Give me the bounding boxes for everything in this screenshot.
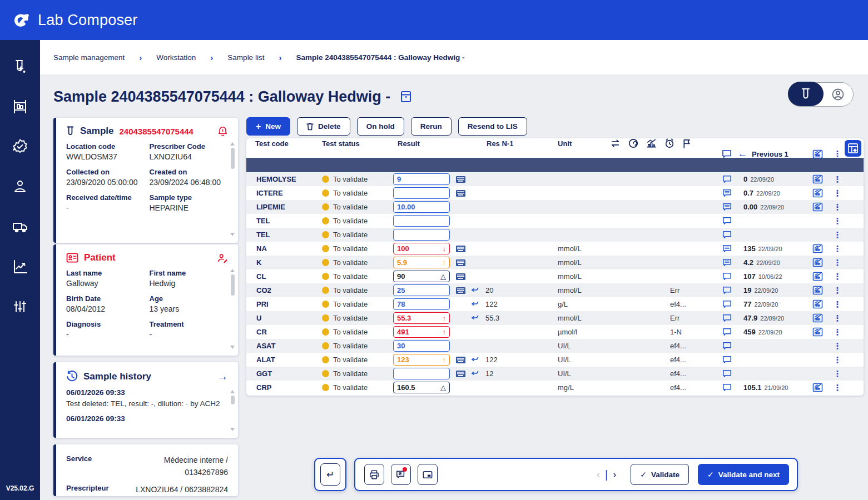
- patient-edit-icon[interactable]: [217, 253, 228, 263]
- row-chart-button[interactable]: [806, 272, 829, 281]
- alarm-column-icon[interactable]: [664, 138, 674, 148]
- card-reader-button[interactable]: [418, 464, 438, 485]
- row-comment-button[interactable]: [716, 286, 738, 294]
- print-button[interactable]: [364, 464, 384, 485]
- result-input[interactable]: 160.5△: [393, 382, 450, 393]
- table-row[interactable]: HEMOLYSE To validate 9 022/09/20 ⋮: [246, 172, 864, 186]
- row-chart-button[interactable]: [806, 188, 829, 198]
- table-row[interactable]: CRP To validate 160.5△ mg/L ef4... 105.1…: [246, 381, 864, 394]
- validate-button[interactable]: ✓ Validate: [631, 464, 689, 485]
- archive-icon[interactable]: [399, 90, 413, 103]
- chart-column-icon[interactable]: [646, 139, 657, 148]
- row-chart-button[interactable]: [806, 383, 829, 392]
- row-comment-button[interactable]: [716, 189, 738, 197]
- on-hold-button[interactable]: On hold: [357, 117, 404, 136]
- history-open-icon[interactable]: →: [217, 370, 228, 383]
- keyboard-entry-button[interactable]: [453, 259, 468, 266]
- row-chart-button[interactable]: [806, 313, 829, 323]
- row-comment-button[interactable]: [716, 203, 738, 211]
- row-chart-button[interactable]: [806, 327, 829, 337]
- table-row[interactable]: NA To validate 100↓ mmol/L 13522/09/20 ⋮: [246, 242, 864, 256]
- row-chart-button[interactable]: [806, 202, 829, 212]
- sidebar-item-rack[interactable]: [0, 87, 40, 127]
- comment-column-icon[interactable]: [716, 149, 738, 158]
- breadcrumb-item[interactable]: Sample management: [53, 53, 125, 62]
- row-kebab-icon[interactable]: ⋮: [829, 202, 846, 212]
- header-kebab-icon[interactable]: ⋮: [829, 149, 846, 159]
- keyboard-entry-button[interactable]: [453, 371, 468, 377]
- row-chart-button[interactable]: [806, 258, 829, 267]
- table-settings-button[interactable]: [845, 140, 861, 157]
- comment-flag-button[interactable]: [391, 464, 411, 485]
- result-input[interactable]: 55.3↑: [393, 312, 450, 324]
- table-row[interactable]: GGT To validate 12 UI/L ef4... ⋮: [246, 367, 864, 381]
- keyboard-entry-button[interactable]: [453, 176, 468, 183]
- sidebar-item-quality-control[interactable]: [0, 127, 40, 167]
- result-input[interactable]: 5.9↑: [393, 257, 450, 268]
- table-row[interactable]: CL To validate 90△ mmol/L 10710/06/22 ⋮: [246, 269, 864, 283]
- previous-sample-chevron[interactable]: ‹: [597, 469, 600, 481]
- table-row[interactable]: ICTERE To validate 0.722/09/20 ⋮: [246, 186, 864, 200]
- alarm-bell-icon[interactable]: [217, 126, 228, 137]
- patient-card-scrollbar[interactable]: [230, 269, 235, 349]
- rerun-column-icon[interactable]: [610, 139, 621, 148]
- table-row[interactable]: ALAT To validate 123↑ 122 UI/L ef4... ⋮: [246, 353, 864, 367]
- return-button[interactable]: ↵: [320, 463, 340, 486]
- result-input[interactable]: 491↑: [393, 326, 450, 338]
- sidebar-item-settings[interactable]: [0, 287, 40, 327]
- result-input[interactable]: 100↓: [393, 243, 450, 254]
- result-input[interactable]: [393, 215, 450, 227]
- tube-view-toggle[interactable]: [788, 82, 824, 106]
- row-comment-button[interactable]: [716, 369, 738, 378]
- row-kebab-icon[interactable]: ⋮: [829, 327, 846, 337]
- table-row[interactable]: TEL To validate ⋮: [246, 228, 864, 242]
- row-comment-button[interactable]: [716, 272, 738, 281]
- table-row[interactable]: TEL To validate ⋮: [246, 214, 864, 228]
- sidebar-item-statistics[interactable]: [0, 247, 40, 287]
- row-chart-button[interactable]: [806, 286, 829, 295]
- keyboard-entry-button[interactable]: [453, 273, 468, 280]
- row-kebab-icon[interactable]: ⋮: [829, 188, 846, 198]
- sidebar-item-transport[interactable]: [0, 207, 40, 247]
- row-kebab-icon[interactable]: ⋮: [829, 299, 846, 309]
- result-input[interactable]: [393, 187, 450, 199]
- row-comment-button[interactable]: [716, 300, 738, 308]
- row-kebab-icon[interactable]: ⋮: [829, 174, 846, 184]
- table-row[interactable]: CR To validate 491↑ µmol/l 1-N 45922/09/…: [246, 325, 864, 339]
- table-row[interactable]: CO2 To validate 25 20 mmol/L Err 1922/09…: [246, 283, 864, 297]
- row-kebab-icon[interactable]: ⋮: [829, 230, 846, 240]
- keyboard-entry-button[interactable]: [453, 246, 468, 252]
- row-kebab-icon[interactable]: ⋮: [829, 313, 846, 323]
- rerun-button[interactable]: Rerun: [411, 117, 452, 136]
- result-input[interactable]: 9: [393, 173, 450, 185]
- row-comment-button[interactable]: [716, 175, 738, 183]
- result-input[interactable]: [393, 368, 450, 379]
- row-chart-button[interactable]: [806, 174, 829, 184]
- keyboard-entry-button[interactable]: [453, 357, 468, 363]
- row-kebab-icon[interactable]: ⋮: [829, 369, 846, 379]
- keyboard-entry-button[interactable]: [453, 287, 468, 294]
- row-kebab-icon[interactable]: ⋮: [829, 258, 846, 268]
- table-row[interactable]: U To validate 55.3↑ 55.3 mmol/L Err 47.9…: [246, 311, 864, 325]
- history-chart-column-icon[interactable]: [806, 149, 829, 159]
- row-comment-button[interactable]: [716, 328, 738, 336]
- selected-row-bar[interactable]: [246, 158, 864, 172]
- row-comment-button[interactable]: [716, 244, 738, 253]
- flag-column-icon[interactable]: [682, 139, 691, 148]
- row-kebab-icon[interactable]: ⋮: [829, 272, 846, 282]
- dilution-column-icon[interactable]: [628, 138, 638, 148]
- breadcrumb-item[interactable]: Sample list: [227, 53, 264, 62]
- row-kebab-icon[interactable]: ⋮: [829, 341, 846, 351]
- person-view-toggle[interactable]: [824, 88, 854, 101]
- delete-button[interactable]: Delete: [297, 117, 350, 136]
- row-kebab-icon[interactable]: ⋮: [829, 244, 846, 254]
- new-button[interactable]: + New: [246, 117, 290, 136]
- row-comment-button[interactable]: [716, 383, 738, 392]
- breadcrumb-item[interactable]: Workstation: [156, 53, 196, 62]
- table-row[interactable]: PRI To validate 78 122 g/L ef4... 7722/0…: [246, 297, 864, 311]
- row-chart-button[interactable]: [806, 244, 829, 253]
- result-input[interactable]: 78: [393, 298, 450, 310]
- row-kebab-icon[interactable]: ⋮: [829, 355, 846, 365]
- row-comment-button[interactable]: [716, 314, 738, 322]
- resend-to-lis-button[interactable]: Resend to LIS: [458, 117, 527, 136]
